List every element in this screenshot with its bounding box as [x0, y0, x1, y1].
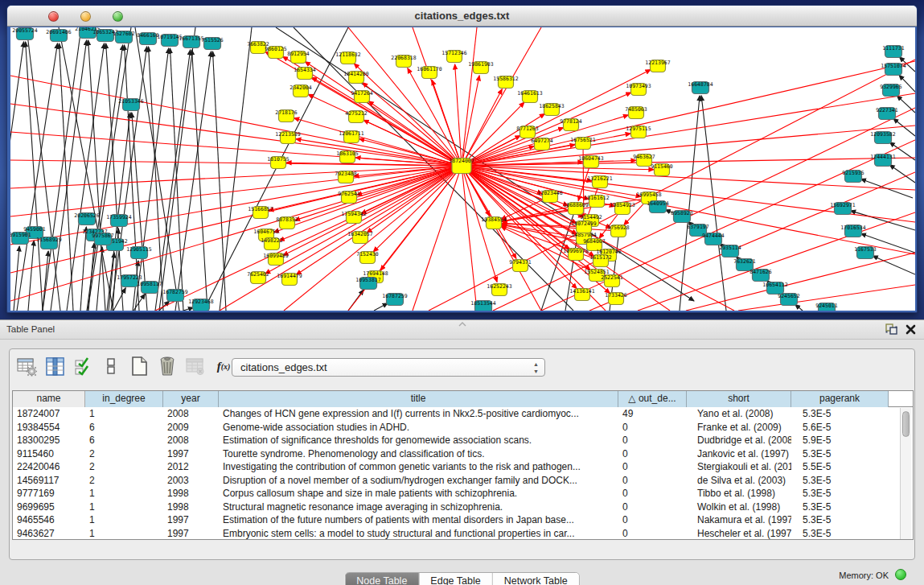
network-node-label: 12905115: [126, 246, 151, 253]
table-cell: 2008: [163, 407, 219, 421]
network-node-label: 18724007: [449, 158, 474, 164]
column-header-name[interactable]: name: [13, 391, 85, 407]
table-row[interactable]: 946362711997Embryonic stem cells: a mode…: [13, 527, 913, 541]
table-row[interactable]: 946554611997Estimation of the future num…: [13, 513, 913, 527]
table-cell: 1: [85, 501, 163, 514]
network-node-label: 6379197: [687, 224, 708, 230]
row-height-icon[interactable]: [101, 356, 121, 377]
network-node-label: 14136141: [569, 288, 594, 295]
network-edge: [26, 42, 43, 311]
network-node-label: 16099489: [263, 253, 288, 259]
table-cell: 5.3E-5: [791, 447, 889, 461]
network-edge: [10, 104, 462, 166]
network-node-label: 19854923: [610, 202, 634, 208]
table-cell: 19384554: [13, 421, 85, 435]
table-row[interactable]: 977716911998Corpus callosum shape and si…: [13, 487, 913, 501]
table-settings-icon[interactable]: [16, 356, 37, 377]
table-cell: 0: [618, 447, 687, 461]
table-cell: 1: [85, 407, 163, 421]
table-cell: Franke et al. (2009): [687, 421, 791, 435]
network-node-label: 17016534: [840, 225, 865, 231]
network-node-label: 2342004: [290, 84, 311, 91]
network-node-label: 7485063: [625, 106, 647, 113]
network-select-dropdown[interactable]: citations_edges.txt ▲▼: [232, 358, 545, 377]
network-node-label: 22068318: [391, 55, 416, 61]
network-node-label: 20206526: [74, 212, 99, 219]
application-desktop: citations_edges.txt 18724007766382298601…: [0, 0, 924, 319]
new-table-icon[interactable]: [129, 356, 150, 377]
table-cell: Hescheler et al. (1997): [687, 527, 791, 541]
network-window-titlebar[interactable]: citations_edges.txt: [7, 6, 917, 27]
table-panel-titlebar[interactable]: Table Panel: [0, 320, 924, 340]
table-row[interactable]: 2242004622012Investigating the contribut…: [13, 460, 913, 474]
network-node-label: 17957223: [117, 274, 142, 281]
network-edge: [296, 166, 462, 274]
table-cell: 5.3E-5: [791, 527, 889, 541]
network-node-label: 12975115: [626, 126, 651, 132]
column-header-in_degree[interactable]: in_degree: [85, 391, 163, 407]
network-node-label: 12061711: [339, 130, 363, 137]
table-row[interactable]: 1872400712008Changes of HCN gene express…: [13, 407, 913, 421]
column-header-out_de[interactable]: △ out_de...: [618, 391, 687, 407]
network-edge: [149, 47, 163, 311]
network-graph[interactable]: 1872400776638229860125891295416543342342…: [10, 27, 915, 311]
network-edge: [88, 40, 105, 311]
table-cell: 6: [85, 421, 163, 435]
table-row[interactable]: 969969511998Structural magnetic resonanc…: [13, 501, 913, 514]
network-edge: [462, 61, 915, 166]
dropdown-stepper-icon: ▲▼: [533, 360, 539, 375]
table-cell: Embryonic stem cells: a model to study s…: [219, 527, 618, 541]
table-cell: Yano et al. (2008): [687, 407, 791, 421]
table-cell: 0: [618, 513, 687, 527]
network-edge: [413, 166, 462, 311]
network-edge: [220, 166, 462, 311]
network-edge: [135, 48, 169, 311]
table-cell: 0: [618, 487, 687, 501]
network-node-label: 8958923: [671, 210, 692, 216]
table-cell: 9115460: [13, 447, 85, 461]
table-cell: Tibbo et al. (1998): [687, 487, 791, 501]
delete-table-icon[interactable]: [157, 356, 178, 377]
network-node-label: 12213967: [645, 60, 670, 66]
network-node-label: 12923468: [188, 299, 213, 305]
close-icon[interactable]: [906, 324, 916, 335]
table-row[interactable]: 911546021997Tourette syndrome. Phenomeno…: [13, 447, 913, 461]
network-edge: [80, 227, 86, 311]
table-cell: 2: [85, 447, 163, 461]
network-node-label: 9227341: [876, 107, 897, 113]
network-node-label: 18414200: [343, 71, 368, 77]
table-cell: 1: [85, 527, 163, 541]
network-node-label: 8771263: [516, 126, 538, 132]
select-column-icon[interactable]: [44, 356, 65, 377]
network-node-label: 7152430: [356, 251, 378, 257]
network-node-label: 16648784: [688, 81, 713, 88]
table-row[interactable]: 1456911722003Disruption of a novel membe…: [13, 474, 913, 488]
show-columns-icon[interactable]: [72, 356, 93, 377]
network-node-label: 16671355: [179, 35, 203, 42]
table-cell: 1: [85, 513, 163, 527]
float-window-icon[interactable]: [885, 323, 897, 335]
network-canvas[interactable]: 1872400776638229860125891295416543342342…: [10, 27, 915, 311]
network-node-label: 1527602: [113, 31, 134, 37]
scrollbar-thumb[interactable]: [902, 411, 910, 437]
network-edge: [220, 27, 252, 311]
table-cell: 1997: [163, 527, 219, 541]
network-node-label: 9778124: [560, 118, 581, 125]
network-edge: [10, 166, 462, 301]
column-header-short[interactable]: short: [687, 391, 791, 407]
network-node-label: 15586312: [493, 76, 518, 82]
table-cell: 9465546: [13, 513, 85, 527]
column-header-year[interactable]: year: [163, 391, 219, 407]
network-node-label: 16252243: [487, 283, 511, 290]
network-node-label: 10973493: [626, 83, 651, 89]
network-node-label: 16914479: [277, 273, 302, 279]
splitter-handle-icon[interactable]: [458, 322, 466, 327]
column-header-pagerank[interactable]: pagerank: [791, 391, 889, 407]
network-node-label: 8471626: [749, 269, 771, 275]
network-edge: [183, 307, 193, 311]
table-row[interactable]: 1938455462009Genome-wide association stu…: [13, 421, 913, 435]
table-cell: 0: [618, 527, 687, 541]
table-vertical-scrollbar[interactable]: [900, 408, 911, 539]
column-header-title[interactable]: title: [219, 391, 618, 407]
table-row[interactable]: 1830029562008Estimation of significance …: [13, 434, 913, 447]
